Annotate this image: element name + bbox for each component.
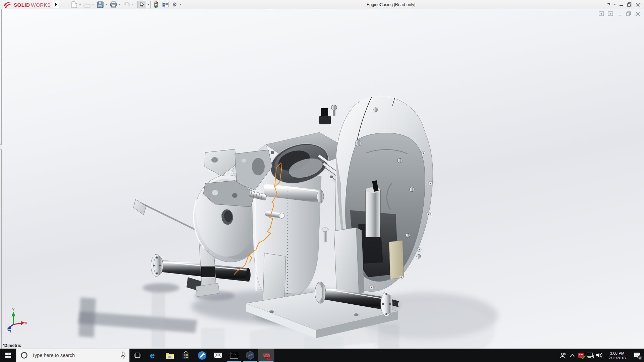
folder-icon (165, 352, 174, 359)
volume-icon (596, 352, 603, 358)
orientation-triad: Y X (4, 307, 27, 333)
print-button[interactable] (109, 1, 117, 9)
task-view-icon (134, 352, 141, 358)
printer-icon (110, 1, 117, 8)
new-document-button[interactable] (70, 1, 78, 9)
search-input[interactable]: Type here to search (16, 349, 129, 362)
restore-icon (627, 2, 632, 7)
save-floppy-icon (97, 1, 104, 8)
people-icon (560, 352, 567, 358)
help-icon: ? (607, 2, 610, 7)
help-dropdown[interactable]: ▼ (613, 3, 617, 6)
search-placeholder: Type here to search (32, 353, 120, 358)
tray-clock[interactable]: 3:08 PM 7/11/2018 (604, 351, 631, 360)
tray-people[interactable] (558, 349, 568, 362)
notification-badge: 3 (638, 355, 643, 360)
logo-text-solid: SOLID (14, 2, 30, 8)
main-toolbar: ▼ ▼ ▼ (69, 0, 182, 9)
tray-chevron[interactable] (568, 349, 577, 362)
open-dropdown[interactable]: ▼ (91, 1, 95, 9)
dassault-swoosh-icon (3, 1, 13, 8)
svg-text:e: e (150, 351, 155, 360)
new-dropdown[interactable]: ▼ (78, 1, 82, 9)
chevron-up-icon (570, 354, 575, 357)
clock-time: 3:08 PM (604, 351, 631, 356)
taskbar-store[interactable] (178, 349, 194, 362)
network-display-icon (587, 352, 594, 358)
start-button[interactable] (0, 349, 16, 362)
close-icon (636, 3, 640, 7)
arrow-right-icon (55, 2, 57, 6)
minimize-button[interactable] (617, 0, 625, 9)
taskbar-command-prompt[interactable]: C:\_ (226, 349, 242, 362)
logo-text-works: WORKS (31, 2, 51, 8)
help-button[interactable]: ? (604, 0, 613, 9)
triad-x-label: X (25, 321, 27, 325)
hexagon-icon (246, 351, 255, 360)
open-folder-icon (84, 2, 91, 8)
gear-icon: ⚙ (172, 2, 177, 7)
new-document-icon (71, 1, 77, 8)
toolbar-flyout-button[interactable] (53, 1, 59, 8)
taskbar-file-explorer[interactable] (162, 349, 178, 362)
select-tool-button[interactable] (138, 1, 146, 8)
undo-dropdown[interactable]: ▼ (130, 1, 134, 9)
taskbar-task-view[interactable] (129, 349, 146, 362)
tray-solidworks-status[interactable]: SW (577, 349, 586, 362)
taskbar-hexagon-app[interactable] (242, 349, 258, 362)
save-dropdown[interactable]: ▼ (104, 1, 108, 9)
save-button[interactable] (96, 1, 104, 9)
undo-button[interactable] (122, 1, 130, 9)
triad-y-label: Y (12, 308, 15, 312)
solidworks-logo: SOLIDWORKS (3, 1, 51, 8)
undo-arrow-icon (123, 2, 130, 7)
display-pane-icon (162, 2, 169, 7)
view-orientation-label: *Dimetric (3, 343, 21, 348)
restore-button[interactable] (625, 0, 634, 9)
taskbar-settings-tool[interactable] (194, 349, 210, 362)
cortana-circle-icon (20, 352, 28, 359)
terminal-icon: C:\_ (230, 352, 238, 359)
select-dropdown[interactable]: ▼ (146, 1, 151, 8)
action-center-button[interactable]: 3 (631, 349, 644, 362)
solidworks-taskbar-icon: SW 2017 (262, 351, 271, 360)
print-dropdown[interactable]: ▼ (117, 1, 121, 9)
traffic-light-icon (154, 1, 158, 8)
title-bar: SOLIDWORKS ▼ ▼ (0, 0, 644, 9)
windows-taskbar: Type here to search e (0, 349, 644, 362)
select-cursor-icon (140, 2, 144, 7)
microphone-icon (120, 352, 126, 359)
appearance-button[interactable] (152, 1, 160, 9)
gasket-brackets[interactable] (203, 149, 272, 207)
system-tray: SW (558, 349, 644, 362)
wrench-circle-icon (198, 351, 207, 360)
taskbar-mail[interactable] (210, 349, 226, 362)
envelope-icon (214, 352, 222, 359)
graphics-viewport[interactable]: Y X *Dimetric (0, 9, 644, 349)
document-title: EngineCasing [Read-only] (367, 2, 415, 7)
solidworks-window: SOLIDWORKS ▼ ▼ (0, 0, 644, 362)
window-controls: ? ▼ (604, 0, 642, 9)
taskbar-edge[interactable]: e (146, 349, 162, 362)
tray-volume[interactable] (595, 349, 604, 362)
display-pane-button[interactable] (161, 1, 169, 9)
clock-date: 7/11/2018 (604, 356, 631, 360)
close-button[interactable] (634, 0, 642, 9)
sw-check-icon: SW (578, 353, 584, 358)
edge-icon: e (149, 351, 158, 360)
minimize-icon (619, 3, 623, 7)
options-dropdown[interactable]: ▼ (179, 1, 182, 9)
windows-logo-icon (5, 353, 11, 358)
taskbar-solidworks[interactable]: SW 2017 (258, 349, 274, 362)
tray-network[interactable] (586, 349, 595, 362)
lever-rod[interactable] (133, 199, 201, 232)
open-button[interactable] (83, 1, 91, 9)
options-button[interactable]: ⚙ (171, 1, 179, 9)
3d-model-engine-casing[interactable] (0, 9, 644, 349)
store-bag-icon (182, 351, 190, 360)
